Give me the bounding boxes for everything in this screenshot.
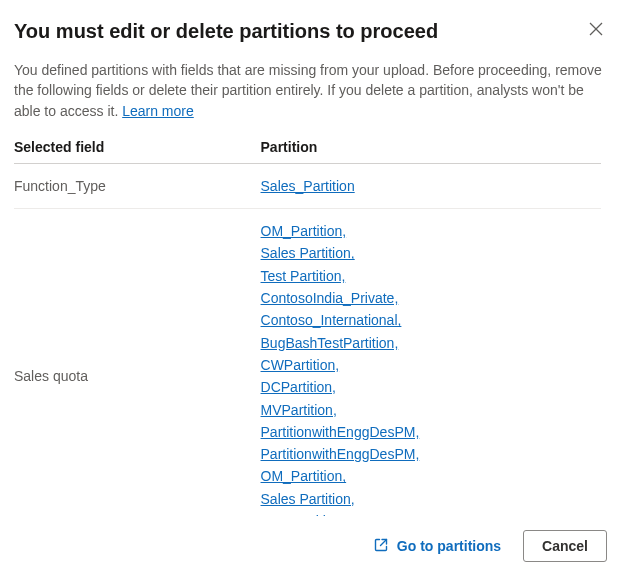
go-to-partitions-label: Go to partitions [397, 538, 501, 554]
partition-link[interactable]: CWPartition, [261, 355, 340, 375]
column-header-field: Selected field [14, 139, 261, 164]
partition-link[interactable]: BugBashTestPartition, [261, 333, 399, 353]
partitions-cell: Sales_Partition [261, 163, 601, 208]
partition-link[interactable]: Sales Partition, [261, 243, 355, 263]
partition-table: Selected field Partition Function_TypeSa… [14, 139, 601, 516]
partition-warning-dialog: You must edit or delete partitions to pr… [0, 0, 623, 576]
close-button[interactable] [585, 18, 607, 40]
field-cell: Function_Type [14, 163, 261, 208]
external-link-icon [373, 537, 389, 556]
partition-link[interactable]: PartitionwithEnggDesPM, [261, 444, 420, 464]
partition-link[interactable]: OM_Partition, [261, 221, 347, 241]
partition-link[interactable]: Sales_Partition [261, 176, 355, 196]
cancel-button[interactable]: Cancel [523, 530, 607, 562]
field-cell: Sales quota [14, 209, 261, 516]
partition-list: Sales_Partition [261, 176, 593, 196]
table-row: Function_TypeSales_Partition [14, 163, 601, 208]
partition-link[interactable]: OM_Partition, [261, 466, 347, 486]
partition-link[interactable]: PartitionwithEnggDesPM, [261, 422, 420, 442]
column-header-partition: Partition [261, 139, 601, 164]
partitions-cell: OM_Partition,Sales Partition,Test Partit… [261, 209, 601, 516]
partition-link[interactable]: Test Partition, [261, 266, 346, 286]
dialog-footer: Go to partitions Cancel [14, 516, 607, 562]
close-icon [589, 24, 603, 39]
dialog-header: You must edit or delete partitions to pr… [14, 18, 607, 44]
partition-table-scroll[interactable]: Selected field Partition Function_TypeSa… [14, 139, 607, 516]
go-to-partitions-button[interactable]: Go to partitions [369, 531, 505, 562]
partition-link[interactable]: Sales Partition, [261, 489, 355, 509]
learn-more-link[interactable]: Learn more [122, 103, 194, 119]
partition-link[interactable]: Contoso_International, [261, 310, 402, 330]
partition-link[interactable]: ContosoIndia_Private, [261, 288, 399, 308]
table-row: Sales quotaOM_Partition,Sales Partition,… [14, 209, 601, 516]
dialog-description: You defined partitions with fields that … [14, 60, 607, 121]
partition-link[interactable]: DCPartition, [261, 377, 336, 397]
dialog-title: You must edit or delete partitions to pr… [14, 18, 438, 44]
partition-link[interactable]: MVPartition, [261, 400, 337, 420]
description-text: You defined partitions with fields that … [14, 62, 602, 119]
partition-list: OM_Partition,Sales Partition,Test Partit… [261, 221, 593, 516]
